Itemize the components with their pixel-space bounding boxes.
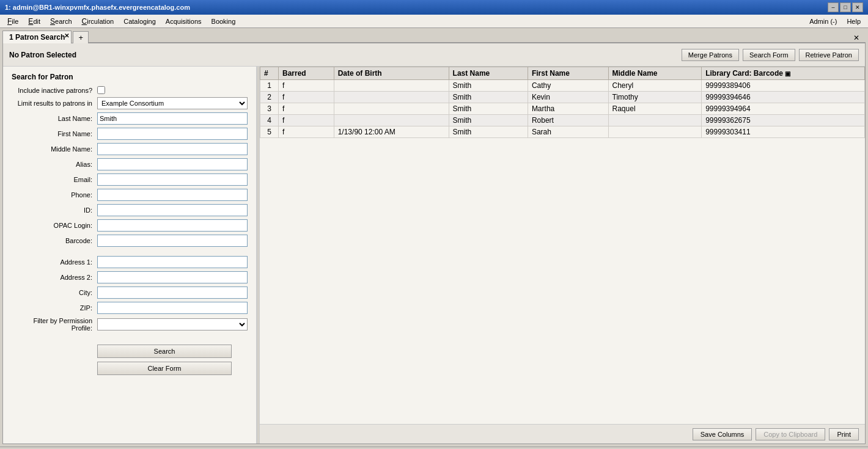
search-form-title: Search for Patron (12, 73, 248, 81)
address2-input[interactable] (97, 271, 248, 283)
address1-label: Address 1: (12, 258, 97, 266)
header-buttons: Merge Patrons Search Form Retrieve Patro… (682, 49, 859, 61)
last-name-row: Last Name: (12, 112, 248, 125)
alias-input[interactable] (97, 158, 248, 170)
limit-results-select[interactable]: Example Consortium (97, 97, 248, 109)
tab-patron-search[interactable]: 1 Patron Search ✕ (2, 31, 72, 43)
results-table-container[interactable]: # Barred Date of Birth Last Name First N… (260, 67, 865, 424)
cell-first-name: Robert (528, 115, 608, 126)
menu-cataloging[interactable]: Cataloging (119, 16, 161, 26)
first-name-input[interactable] (97, 128, 248, 140)
address2-label: Address 2: (12, 274, 97, 281)
minimize-button[interactable]: – (828, 2, 839, 12)
permission-profile-row: Filter by Permission Profile: (12, 317, 248, 332)
cell-barred: f (279, 115, 334, 126)
alias-row: Alias: (12, 158, 248, 170)
table-row[interactable]: 4 f Smith Robert 99999362675 (260, 115, 865, 126)
col-barred[interactable]: Barred (279, 67, 334, 80)
cell-barred: f (279, 80, 334, 92)
cell-middle-name: Timothy (608, 92, 702, 103)
cell-barred: f (279, 126, 334, 138)
cell-library-card: 99999362675 (702, 115, 865, 126)
barcode-input[interactable] (97, 235, 248, 247)
opac-login-input[interactable] (97, 219, 248, 232)
id-label: ID: (12, 206, 97, 214)
col-last-name[interactable]: Last Name (449, 67, 528, 80)
address2-row: Address 2: (12, 271, 248, 283)
middle-name-label: Middle Name: (12, 145, 97, 153)
id-input[interactable] (97, 204, 248, 216)
menu-circulation[interactable]: Circulation (77, 16, 119, 27)
tab-patron-search-label: 1 Patron Search (9, 33, 65, 42)
zip-row: ZIP: (12, 302, 248, 314)
cell-num: 3 (260, 103, 279, 115)
close-window-x[interactable]: ✕ (853, 34, 866, 43)
email-row: Email: (12, 173, 248, 186)
city-input[interactable] (97, 287, 248, 299)
cell-middle-name (608, 126, 702, 138)
window-title: 1: admin@BR1-winxpvmfx.phasefx.evergreen… (5, 4, 190, 11)
menu-help[interactable]: Help (842, 16, 866, 26)
table-row[interactable]: 3 f Smith Martha Raquel 99999394964 (260, 103, 865, 115)
cell-library-card: 99999303411 (702, 126, 865, 138)
phone-label: Phone: (12, 191, 97, 199)
city-row: City: (12, 287, 248, 299)
permission-profile-select[interactable] (97, 318, 248, 330)
header-strip: No Patron Selected Merge Patrons Search … (3, 43, 865, 67)
cell-first-name: Martha (528, 103, 608, 115)
tab-add-button[interactable]: + (73, 31, 89, 43)
menu-booking[interactable]: Booking (207, 16, 241, 26)
search-button[interactable]: Search (97, 345, 232, 358)
col-dob[interactable]: Date of Birth (334, 67, 449, 80)
col-library-card[interactable]: Library Card: Barcode ▣ (702, 67, 865, 80)
zip-input[interactable] (97, 302, 248, 314)
copy-to-clipboard-button[interactable]: Copy to Clipboard (756, 428, 825, 440)
menu-admin[interactable]: Admin (-) (804, 16, 842, 26)
menu-bar: File Edit Search Circulation Cataloging … (0, 15, 868, 28)
opac-login-label: OPAC Login: (12, 222, 97, 229)
address1-input[interactable] (97, 256, 248, 268)
menu-file[interactable]: File (2, 16, 23, 27)
include-inactive-row: Include inactive patrons? (12, 86, 248, 94)
clear-form-button[interactable]: Clear Form (97, 362, 232, 375)
cell-first-name: Cathy (528, 80, 608, 92)
menu-edit[interactable]: Edit (23, 16, 45, 27)
city-label: City: (12, 289, 97, 296)
email-input[interactable] (97, 173, 248, 186)
retrieve-patron-button[interactable]: Retrieve Patron (799, 49, 859, 61)
tab-close-icon[interactable]: ✕ (64, 32, 69, 39)
col-resize-icon[interactable]: ▣ (785, 70, 790, 77)
print-button[interactable]: Print (829, 428, 859, 440)
menu-acquisitions[interactable]: Acquisitions (161, 16, 207, 26)
cell-last-name: Smith (449, 80, 528, 92)
col-first-name[interactable]: First Name (528, 67, 608, 80)
body-area: Search for Patron Include inactive patro… (3, 67, 865, 444)
merge-patrons-button[interactable]: Merge Patrons (682, 49, 739, 61)
middle-name-input[interactable] (97, 143, 248, 155)
table-row[interactable]: 2 f Smith Kevin Timothy 99999394646 (260, 92, 865, 103)
menu-search[interactable]: Search (45, 16, 77, 27)
cell-library-card: 99999394646 (702, 92, 865, 103)
bottom-toolbar: Save Columns Copy to Clipboard Print (260, 424, 865, 444)
table-row[interactable]: 1 f Smith Cathy Cheryl 99999389406 (260, 80, 865, 92)
results-panel: # Barred Date of Birth Last Name First N… (260, 67, 865, 444)
search-panel: Search for Patron Include inactive patro… (3, 67, 257, 444)
cell-num: 5 (260, 126, 279, 138)
cell-barred: f (279, 103, 334, 115)
table-row[interactable]: 5 f 1/13/90 12:00 AM Smith Sarah 9999930… (260, 126, 865, 138)
search-form-button[interactable]: Search Form (743, 49, 795, 61)
cell-first-name: Sarah (528, 126, 608, 138)
close-button[interactable]: ✕ (852, 2, 863, 12)
col-num[interactable]: # (260, 67, 279, 80)
no-patron-label: No Patron Selected (9, 51, 76, 59)
save-columns-button[interactable]: Save Columns (693, 428, 752, 440)
phone-input[interactable] (97, 189, 248, 201)
cell-barred: f (279, 92, 334, 103)
last-name-input[interactable] (97, 112, 248, 125)
cell-last-name: Smith (449, 92, 528, 103)
cell-middle-name: Cheryl (608, 80, 702, 92)
col-middle-name[interactable]: Middle Name (608, 67, 702, 80)
maximize-button[interactable]: □ (840, 2, 851, 12)
results-tbody: 1 f Smith Cathy Cheryl 99999389406 2 f S… (260, 80, 865, 138)
include-inactive-checkbox[interactable] (97, 86, 105, 94)
